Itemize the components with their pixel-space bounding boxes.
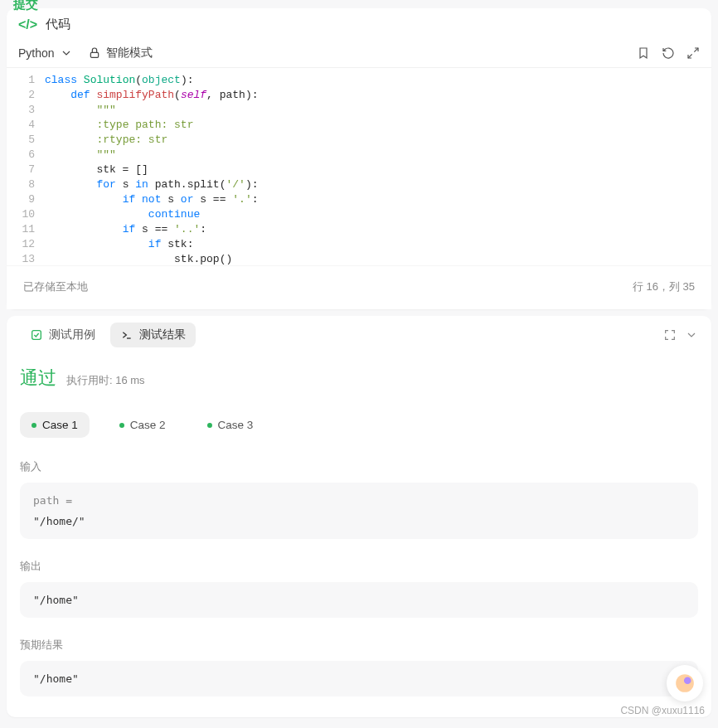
results-body: 通过 执行用时: 16 ms Case 1 Case 2 Case 3 输入 p…	[7, 354, 711, 717]
bookmark-icon[interactable]	[637, 46, 650, 60]
output-section-label: 输出	[20, 559, 698, 574]
watermark: CSDN @xuxu1116	[620, 705, 705, 716]
input-param-name: path =	[33, 494, 72, 507]
case-tab-1[interactable]: Case 1	[20, 412, 90, 438]
svg-point-6	[684, 677, 691, 684]
case-tab-3[interactable]: Case 3	[196, 412, 265, 438]
code-editor[interactable]: 12345678910111213 class Solution(object)…	[7, 68, 711, 265]
case-tab-label: Case 2	[130, 419, 166, 431]
fullscreen-icon[interactable]	[663, 328, 677, 342]
svg-line-2	[688, 54, 692, 58]
undo-icon[interactable]	[662, 46, 675, 60]
input-box: path = "/home/"	[20, 483, 698, 539]
case-tab-list: Case 1 Case 2 Case 3	[20, 412, 698, 438]
tab-cases-label: 测试用例	[49, 328, 95, 342]
language-label: Python	[18, 46, 55, 60]
expected-box: "/home"	[20, 661, 698, 696]
save-status: 已存储至本地	[23, 279, 88, 294]
results-tabbar: 测试用例 测试结果	[7, 316, 711, 354]
case-tab-label: Case 3	[218, 419, 254, 431]
pass-title: 通过	[20, 366, 56, 391]
status-dot	[32, 423, 36, 428]
lock-icon	[88, 46, 101, 60]
status-dot	[207, 423, 212, 428]
cursor-position: 行 16，列 35	[633, 279, 695, 294]
output-value: "/home"	[33, 594, 79, 606]
tab-results-label: 测试结果	[139, 328, 186, 342]
results-panel: 测试用例 测试结果 通过 执行用时: 16 ms Case 1 Case 2	[7, 316, 711, 717]
assistant-float-button[interactable]	[667, 665, 703, 701]
tab-test-results[interactable]: 测试结果	[110, 323, 196, 347]
expand-icon[interactable]	[686, 46, 700, 60]
svg-line-1	[694, 48, 698, 52]
input-value: "/home/"	[33, 515, 685, 527]
smart-mode[interactable]: 智能模式	[88, 46, 153, 61]
status-dot	[119, 423, 124, 428]
collapse-icon[interactable]	[685, 328, 698, 342]
chevron-down-icon	[60, 46, 73, 60]
checkbox-icon	[30, 328, 43, 342]
case-tab-2[interactable]: Case 2	[108, 412, 177, 438]
code-content: class Solution(object): def simplifyPath…	[45, 73, 711, 260]
output-box: "/home"	[20, 582, 698, 618]
line-gutter: 12345678910111213	[7, 73, 45, 260]
svg-rect-0	[90, 52, 98, 57]
code-title: 代码	[46, 17, 70, 32]
code-panel: </> 代码 Python 智能模式 12345678910111213 cla…	[7, 8, 711, 309]
editor-statusbar: 已存储至本地 行 16，列 35	[7, 265, 711, 309]
top-toolbar: 提交	[0, 0, 718, 8]
terminal-icon	[120, 328, 133, 342]
expected-value: "/home"	[33, 672, 79, 685]
runtime-label: 执行用时: 16 ms	[66, 373, 145, 388]
submit-button[interactable]: 提交	[13, 0, 38, 12]
input-section-label: 输入	[20, 459, 698, 474]
svg-point-5	[676, 674, 694, 692]
code-panel-header: </> 代码	[7, 8, 711, 39]
language-selector[interactable]: Python	[18, 46, 73, 60]
svg-rect-3	[32, 331, 41, 340]
code-toolbar: Python 智能模式	[7, 39, 711, 68]
pass-status-row: 通过 执行用时: 16 ms	[20, 366, 698, 391]
expected-section-label: 预期结果	[20, 638, 698, 653]
submit-label: 提交	[13, 0, 38, 12]
mode-label: 智能模式	[106, 46, 153, 61]
case-tab-label: Case 1	[42, 419, 78, 431]
code-icon: </>	[18, 17, 37, 32]
sparkle-icon	[674, 672, 696, 694]
tab-test-cases[interactable]: 测试用例	[20, 323, 105, 347]
